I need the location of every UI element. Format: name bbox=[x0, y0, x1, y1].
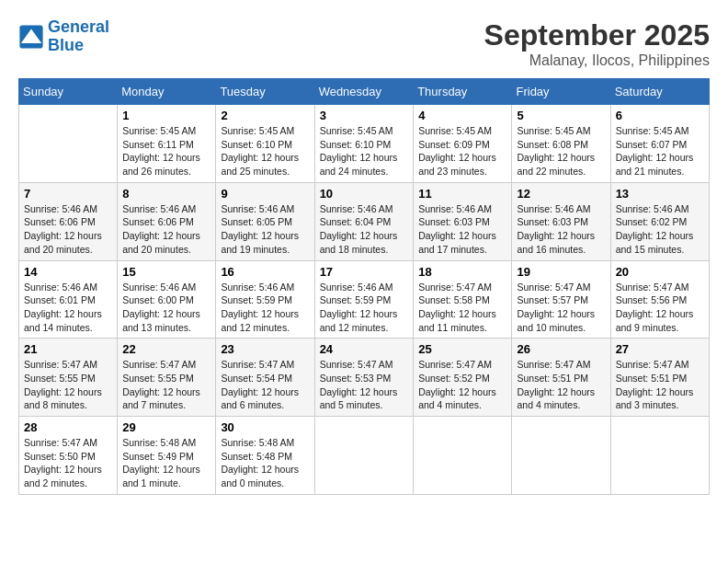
table-row: 21Sunrise: 5:47 AM Sunset: 5:55 PM Dayli… bbox=[19, 339, 118, 417]
day-info: Sunrise: 5:46 AM Sunset: 5:59 PM Dayligh… bbox=[221, 281, 309, 335]
day-info: Sunrise: 5:46 AM Sunset: 6:06 PM Dayligh… bbox=[24, 202, 112, 257]
day-info: Sunrise: 5:46 AM Sunset: 6:04 PM Dayligh… bbox=[320, 202, 409, 257]
table-row bbox=[610, 417, 709, 495]
day-info: Sunrise: 5:47 AM Sunset: 5:55 PM Dayligh… bbox=[122, 358, 210, 412]
day-number: 16 bbox=[221, 265, 309, 279]
day-info: Sunrise: 5:46 AM Sunset: 6:03 PM Dayligh… bbox=[517, 202, 605, 257]
day-info: Sunrise: 5:47 AM Sunset: 5:53 PM Dayligh… bbox=[320, 358, 409, 412]
day-number: 3 bbox=[320, 109, 409, 122]
day-number: 10 bbox=[320, 187, 409, 201]
table-row: 1Sunrise: 5:45 AM Sunset: 6:11 PM Daylig… bbox=[118, 105, 216, 183]
day-number: 25 bbox=[418, 342, 506, 356]
table-row: 19Sunrise: 5:47 AM Sunset: 5:57 PM Dayli… bbox=[512, 260, 610, 339]
col-thursday: Thursday bbox=[414, 79, 512, 105]
day-number: 30 bbox=[221, 420, 309, 434]
day-number: 29 bbox=[122, 420, 210, 434]
table-row: 28Sunrise: 5:47 AM Sunset: 5:50 PM Dayli… bbox=[19, 417, 118, 495]
day-number: 23 bbox=[221, 342, 309, 356]
day-info: Sunrise: 5:47 AM Sunset: 5:51 PM Dayligh… bbox=[616, 358, 704, 412]
logo: General Blue bbox=[18, 18, 109, 55]
day-info: Sunrise: 5:46 AM Sunset: 6:02 PM Dayligh… bbox=[616, 202, 704, 257]
day-info: Sunrise: 5:46 AM Sunset: 6:01 PM Dayligh… bbox=[24, 281, 112, 335]
day-info: Sunrise: 5:47 AM Sunset: 5:58 PM Dayligh… bbox=[418, 281, 506, 335]
day-number: 24 bbox=[320, 342, 409, 356]
table-row: 26Sunrise: 5:47 AM Sunset: 5:51 PM Dayli… bbox=[512, 339, 610, 417]
day-info: Sunrise: 5:45 AM Sunset: 6:10 PM Dayligh… bbox=[221, 124, 309, 178]
day-info: Sunrise: 5:46 AM Sunset: 6:06 PM Dayligh… bbox=[122, 202, 210, 257]
day-number: 9 bbox=[221, 187, 309, 201]
day-number: 2 bbox=[221, 109, 309, 122]
logo-text: General Blue bbox=[48, 18, 109, 55]
logo-general: General bbox=[48, 17, 109, 36]
day-info: Sunrise: 5:48 AM Sunset: 5:49 PM Dayligh… bbox=[122, 436, 210, 490]
table-row: 12Sunrise: 5:46 AM Sunset: 6:03 PM Dayli… bbox=[512, 182, 610, 260]
day-number: 19 bbox=[517, 265, 605, 279]
calendar-week-row: 28Sunrise: 5:47 AM Sunset: 5:50 PM Dayli… bbox=[19, 417, 710, 495]
table-row: 9Sunrise: 5:46 AM Sunset: 6:05 PM Daylig… bbox=[216, 182, 314, 260]
table-row bbox=[314, 417, 414, 495]
table-row: 16Sunrise: 5:46 AM Sunset: 5:59 PM Dayli… bbox=[216, 260, 314, 339]
day-number: 13 bbox=[616, 187, 704, 201]
table-row: 25Sunrise: 5:47 AM Sunset: 5:52 PM Dayli… bbox=[414, 339, 512, 417]
day-number: 14 bbox=[24, 265, 112, 279]
day-info: Sunrise: 5:45 AM Sunset: 6:08 PM Dayligh… bbox=[517, 124, 605, 178]
day-number: 8 bbox=[122, 187, 210, 201]
day-info: Sunrise: 5:45 AM Sunset: 6:10 PM Dayligh… bbox=[320, 124, 409, 178]
day-info: Sunrise: 5:47 AM Sunset: 5:50 PM Dayligh… bbox=[24, 436, 112, 490]
month-year: September 2025 bbox=[484, 18, 710, 52]
title-block: September 2025 Malanay, Ilocos, Philippi… bbox=[484, 18, 710, 69]
table-row: 7Sunrise: 5:46 AM Sunset: 6:06 PM Daylig… bbox=[19, 182, 118, 260]
table-row: 13Sunrise: 5:46 AM Sunset: 6:02 PM Dayli… bbox=[610, 182, 709, 260]
table-row: 23Sunrise: 5:47 AM Sunset: 5:54 PM Dayli… bbox=[216, 339, 314, 417]
col-tuesday: Tuesday bbox=[216, 79, 314, 105]
calendar-week-row: 1Sunrise: 5:45 AM Sunset: 6:11 PM Daylig… bbox=[19, 105, 710, 183]
day-info: Sunrise: 5:47 AM Sunset: 5:56 PM Dayligh… bbox=[616, 281, 704, 335]
day-number: 20 bbox=[616, 265, 704, 279]
calendar-week-row: 7Sunrise: 5:46 AM Sunset: 6:06 PM Daylig… bbox=[19, 182, 710, 260]
table-row: 22Sunrise: 5:47 AM Sunset: 5:55 PM Dayli… bbox=[118, 339, 216, 417]
table-row: 6Sunrise: 5:45 AM Sunset: 6:07 PM Daylig… bbox=[610, 105, 709, 183]
location: Malanay, Ilocos, Philippines bbox=[484, 52, 710, 69]
table-row: 15Sunrise: 5:46 AM Sunset: 6:00 PM Dayli… bbox=[118, 260, 216, 339]
day-number: 11 bbox=[418, 187, 506, 201]
table-row bbox=[414, 417, 512, 495]
table-row: 30Sunrise: 5:48 AM Sunset: 5:48 PM Dayli… bbox=[216, 417, 314, 495]
day-number: 15 bbox=[122, 265, 210, 279]
col-wednesday: Wednesday bbox=[314, 79, 414, 105]
calendar-table: Sunday Monday Tuesday Wednesday Thursday… bbox=[18, 78, 710, 495]
table-row bbox=[512, 417, 610, 495]
calendar-week-row: 14Sunrise: 5:46 AM Sunset: 6:01 PM Dayli… bbox=[19, 260, 710, 339]
table-row: 10Sunrise: 5:46 AM Sunset: 6:04 PM Dayli… bbox=[314, 182, 414, 260]
col-monday: Monday bbox=[118, 79, 216, 105]
day-info: Sunrise: 5:47 AM Sunset: 5:55 PM Dayligh… bbox=[24, 358, 112, 412]
day-number: 28 bbox=[24, 420, 112, 434]
day-number: 12 bbox=[517, 187, 605, 201]
day-info: Sunrise: 5:47 AM Sunset: 5:52 PM Dayligh… bbox=[418, 358, 506, 412]
table-row: 14Sunrise: 5:46 AM Sunset: 6:01 PM Dayli… bbox=[19, 260, 118, 339]
day-info: Sunrise: 5:45 AM Sunset: 6:07 PM Dayligh… bbox=[616, 124, 704, 178]
day-number: 18 bbox=[418, 265, 506, 279]
day-number: 27 bbox=[616, 342, 704, 356]
table-row: 27Sunrise: 5:47 AM Sunset: 5:51 PM Dayli… bbox=[610, 339, 709, 417]
table-row: 20Sunrise: 5:47 AM Sunset: 5:56 PM Dayli… bbox=[610, 260, 709, 339]
logo-icon bbox=[18, 24, 44, 50]
day-number: 1 bbox=[122, 109, 210, 122]
day-number: 7 bbox=[24, 187, 112, 201]
table-row: 2Sunrise: 5:45 AM Sunset: 6:10 PM Daylig… bbox=[216, 105, 314, 183]
day-info: Sunrise: 5:46 AM Sunset: 6:03 PM Dayligh… bbox=[418, 202, 506, 257]
day-info: Sunrise: 5:45 AM Sunset: 6:09 PM Dayligh… bbox=[418, 124, 506, 178]
table-row: 8Sunrise: 5:46 AM Sunset: 6:06 PM Daylig… bbox=[118, 182, 216, 260]
day-number: 6 bbox=[616, 109, 704, 122]
day-number: 22 bbox=[122, 342, 210, 356]
calendar-header-row: Sunday Monday Tuesday Wednesday Thursday… bbox=[19, 79, 710, 105]
day-info: Sunrise: 5:47 AM Sunset: 5:54 PM Dayligh… bbox=[221, 358, 309, 412]
day-number: 17 bbox=[320, 265, 409, 279]
col-friday: Friday bbox=[512, 79, 610, 105]
table-row: 11Sunrise: 5:46 AM Sunset: 6:03 PM Dayli… bbox=[414, 182, 512, 260]
day-info: Sunrise: 5:47 AM Sunset: 5:57 PM Dayligh… bbox=[517, 281, 605, 335]
day-info: Sunrise: 5:46 AM Sunset: 6:00 PM Dayligh… bbox=[122, 281, 210, 335]
day-number: 5 bbox=[517, 109, 605, 122]
logo-blue: Blue bbox=[48, 37, 109, 55]
col-saturday: Saturday bbox=[610, 79, 709, 105]
day-info: Sunrise: 5:48 AM Sunset: 5:48 PM Dayligh… bbox=[221, 436, 309, 490]
